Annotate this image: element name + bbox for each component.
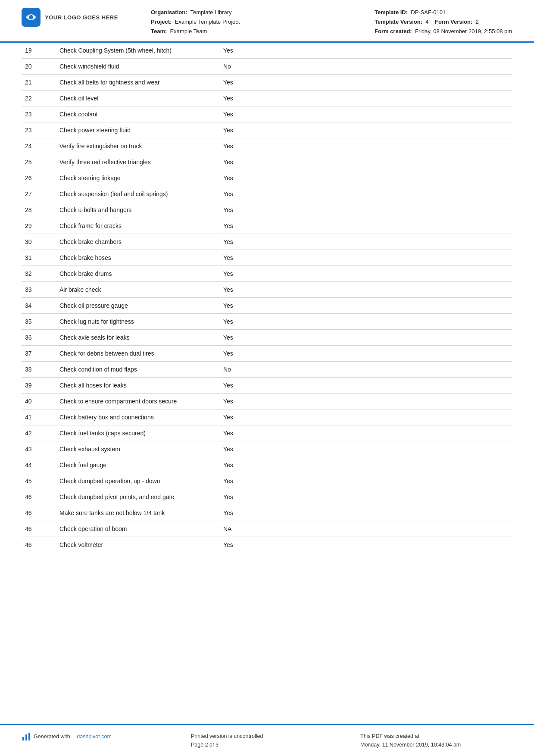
row-notes <box>272 362 512 378</box>
row-number: 27 <box>22 186 56 202</box>
row-notes <box>272 266 512 282</box>
row-notes <box>272 106 512 122</box>
dashpivot-logo-icon <box>22 732 31 741</box>
row-answer: Yes <box>220 186 272 202</box>
row-description: Check battery box and connections <box>56 409 220 425</box>
row-description: Check brake hoses <box>56 250 220 266</box>
row-description: Check condition of mud flaps <box>56 362 220 378</box>
row-answer: Yes <box>220 441 272 457</box>
row-notes <box>272 489 512 505</box>
row-notes <box>272 122 512 138</box>
footer-created: This PDF was created at Monday, 11 Novem… <box>360 732 512 749</box>
row-number: 44 <box>22 457 56 473</box>
row-notes <box>272 457 512 473</box>
table-row: 41 Check battery box and connections Yes <box>22 409 512 425</box>
row-number: 42 <box>22 425 56 441</box>
table-row: 46 Check operation of boom NA <box>22 521 512 537</box>
row-notes <box>272 409 512 425</box>
row-notes <box>272 138 512 154</box>
row-description: Check fuel gauge <box>56 457 220 473</box>
row-notes <box>272 505 512 521</box>
table-row: 38 Check condition of mud flaps No <box>22 362 512 378</box>
row-notes <box>272 378 512 394</box>
row-number: 32 <box>22 266 56 282</box>
row-number: 28 <box>22 202 56 218</box>
row-number: 46 <box>22 537 56 553</box>
row-number: 24 <box>22 138 56 154</box>
row-description: Check all hoses for leaks <box>56 378 220 394</box>
row-notes <box>272 282 512 298</box>
row-answer: Yes <box>220 457 272 473</box>
table-row: 44 Check fuel gauge Yes <box>22 457 512 473</box>
table-row: 46 Check dumpbed pivot points, and end g… <box>22 489 512 505</box>
row-number: 22 <box>22 91 56 106</box>
table-row: 35 Check lug nuts for tightness Yes <box>22 314 512 330</box>
row-answer: Yes <box>220 537 272 553</box>
svg-rect-4 <box>28 733 30 740</box>
generated-label: Generated with <box>34 732 70 741</box>
organisation-value: Template Library <box>190 9 232 16</box>
row-notes <box>272 521 512 537</box>
row-description: Check for debris between dual tires <box>56 346 220 362</box>
row-number: 26 <box>22 170 56 186</box>
row-description: Air brake check <box>56 282 220 298</box>
version-row: Template Version: 4 Form Version: 2 <box>375 17 512 27</box>
row-number: 37 <box>22 346 56 362</box>
row-answer: Yes <box>220 106 272 122</box>
table-row: 19 Check Coupling System (5th wheel, hit… <box>22 43 512 59</box>
table-row: 46 Make sure tanks are not below 1/4 tan… <box>22 505 512 521</box>
row-description: Verify three red reflective triangles <box>56 154 220 170</box>
template-id-label: Template ID: <box>375 9 408 16</box>
row-number: 21 <box>22 75 56 91</box>
row-description: Check frame for cracks <box>56 218 220 234</box>
uncontrolled-line1: Printed version is uncontrolled <box>191 732 343 740</box>
row-description: Check operation of boom <box>56 521 220 537</box>
row-answer: Yes <box>220 170 272 186</box>
row-notes <box>272 314 512 330</box>
row-notes <box>272 473 512 489</box>
row-description: Check windshield fluid <box>56 59 220 75</box>
checklist-table: 19 Check Coupling System (5th wheel, hit… <box>22 43 512 553</box>
row-notes <box>272 186 512 202</box>
row-description: Check exhaust system <box>56 441 220 457</box>
table-row: 45 Check dumpbed operation, up - down Ye… <box>22 473 512 489</box>
row-answer: Yes <box>220 250 272 266</box>
page: YOUR LOGO GOES HERE Organisation: Templa… <box>0 0 534 756</box>
created-label: This PDF was created at <box>360 732 512 740</box>
template-version-label: Template Version: <box>375 19 422 25</box>
table-row: 42 Check fuel tanks (caps secured) Yes <box>22 425 512 441</box>
table-row: 20 Check windshield fluid No <box>22 59 512 75</box>
row-number: 23 <box>22 122 56 138</box>
logo-text: YOUR LOGO GOES HERE <box>45 14 118 21</box>
svg-rect-3 <box>25 734 27 740</box>
table-row: 32 Check brake drums Yes <box>22 266 512 282</box>
table-row: 33 Air brake check Yes <box>22 282 512 298</box>
organisation-row: Organisation: Template Library <box>151 8 375 17</box>
row-notes <box>272 330 512 346</box>
footer-generated: Generated with dashpivot.com <box>22 732 174 741</box>
table-row: 37 Check for debris between dual tires Y… <box>22 346 512 362</box>
row-description: Check suspension (leaf and coil springs) <box>56 186 220 202</box>
row-answer: Yes <box>220 346 272 362</box>
form-version-label: Form Version: <box>435 19 472 25</box>
row-number: 35 <box>22 314 56 330</box>
row-number: 29 <box>22 218 56 234</box>
row-answer: Yes <box>220 282 272 298</box>
row-notes <box>272 91 512 106</box>
row-notes <box>272 394 512 409</box>
row-notes <box>272 218 512 234</box>
row-answer: Yes <box>220 314 272 330</box>
row-number: 38 <box>22 362 56 378</box>
row-answer: Yes <box>220 298 272 314</box>
row-number: 45 <box>22 473 56 489</box>
dashpivot-link[interactable]: dashpivot.com <box>77 732 112 741</box>
row-answer: Yes <box>220 122 272 138</box>
row-number: 23 <box>22 106 56 122</box>
created-value: Monday, 11 November 2019, 10:43:04 am <box>360 740 512 749</box>
row-answer: Yes <box>220 43 272 59</box>
row-description: Check axle seals for leaks <box>56 330 220 346</box>
table-row: 28 Check u-bolts and hangers Yes <box>22 202 512 218</box>
row-description: Check all belts for tightness and wear <box>56 75 220 91</box>
form-created-value: Friday, 08 November 2019, 2:55:08 pm <box>415 28 512 34</box>
header-right: Template ID: DP-SAF-0101 Template Versio… <box>375 8 512 36</box>
